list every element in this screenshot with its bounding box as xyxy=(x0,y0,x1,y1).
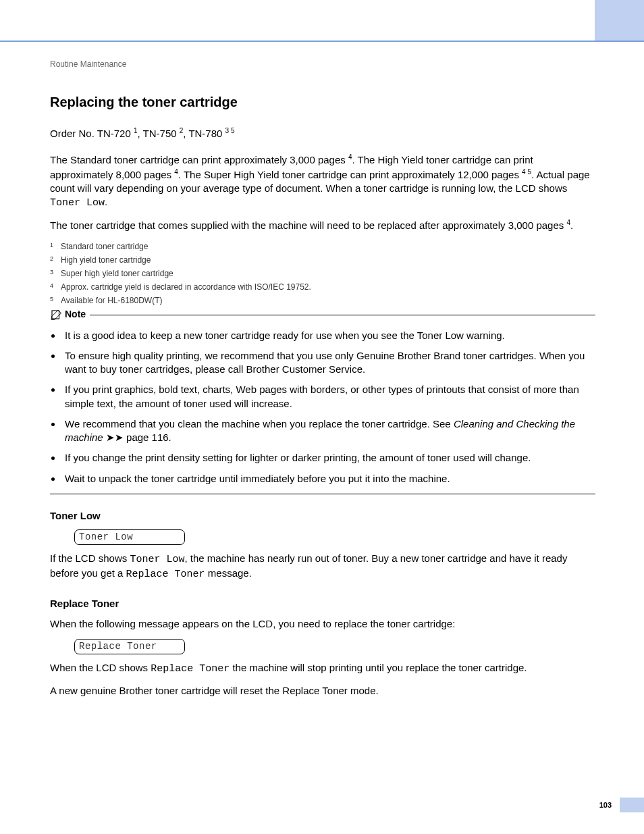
note-icon xyxy=(50,309,62,321)
footnote: 1Standard toner cartridge xyxy=(50,241,595,252)
body-paragraph: The Standard toner cartridge can print a… xyxy=(50,153,595,210)
subheading-toner-low: Toner Low xyxy=(50,509,595,523)
note-item: We recommend that you clean the machine … xyxy=(62,417,595,445)
note-item: It is a good idea to keep a new toner ca… xyxy=(62,329,595,342)
note-item: If you print graphics, bold text, charts… xyxy=(62,383,595,411)
note-item: Wait to unpack the toner cartridge until… xyxy=(62,472,595,486)
note-item: If you change the print density setting … xyxy=(62,451,595,465)
footnote: 2High yield toner cartridge xyxy=(50,255,595,265)
body-paragraph: If the LCD shows Toner Low, the machine … xyxy=(50,552,595,582)
note-block: Note It is a good idea to keep a new ton… xyxy=(50,315,595,494)
note-label: Note xyxy=(65,308,86,321)
note-item: To ensure high quality printing, we reco… xyxy=(62,349,595,377)
body-paragraph: When the following message appears on th… xyxy=(50,617,595,631)
subheading-replace-toner: Replace Toner xyxy=(50,597,595,610)
svg-rect-0 xyxy=(52,311,59,319)
header-accent xyxy=(595,0,644,41)
page-number: 103 xyxy=(599,800,612,810)
page-footer: 103 xyxy=(0,800,644,827)
footnote: 5Available for HL-6180DW(T) xyxy=(50,295,595,306)
breadcrumb: Routine Maintenance xyxy=(50,59,595,70)
footnote-list: 1Standard toner cartridge 2High yield to… xyxy=(50,241,595,307)
footnote: 3Super high yield toner cartridge xyxy=(50,268,595,279)
body-paragraph: When the LCD shows Replace Toner the mac… xyxy=(50,661,595,676)
footer-accent xyxy=(620,798,644,812)
header-bar xyxy=(0,0,644,42)
body-paragraph: A new genuine Brother toner cartridge wi… xyxy=(50,684,595,698)
footnote: 4Approx. cartridge yield is declared in … xyxy=(50,282,595,292)
lcd-display: Toner Low xyxy=(74,529,185,545)
lcd-display: Replace Toner xyxy=(74,639,185,654)
order-number-line: Order No. TN-720 1, TN-750 2, TN-780 3 5 xyxy=(50,126,595,140)
page-title: Replacing the toner cartridge xyxy=(50,93,595,111)
body-paragraph: The toner cartridge that comes supplied … xyxy=(50,218,595,232)
